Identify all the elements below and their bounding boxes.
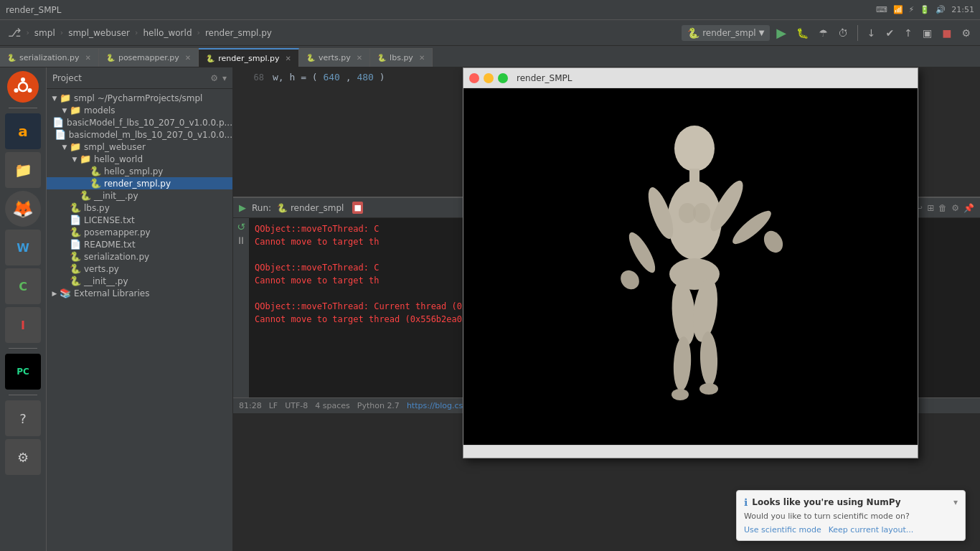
file-icon: 🐍 bbox=[377, 54, 386, 62]
run-play-icon[interactable]: ▶ bbox=[239, 202, 246, 213]
sidebar-separator3 bbox=[9, 395, 37, 395]
tree-item-init2[interactable]: 🐍 __init__.py bbox=[47, 275, 232, 287]
folder-icon: 📁 bbox=[70, 105, 81, 116]
tree-item-hello-world[interactable]: ▼ 📁 hello_world bbox=[47, 153, 232, 165]
stop-button[interactable]: ■ bbox=[938, 25, 955, 41]
render-minimize-button[interactable] bbox=[484, 73, 494, 83]
tree-item-verts[interactable]: 🐍 verts.py bbox=[47, 263, 232, 275]
tab-serialization[interactable]: 🐍 serialization.py ✕ bbox=[0, 48, 99, 67]
render-maximize-button[interactable] bbox=[498, 73, 508, 83]
tree-label: serialization.py bbox=[84, 252, 149, 262]
sidebar-icon-pycharm[interactable]: PC bbox=[5, 354, 41, 390]
tab-close[interactable]: ✕ bbox=[85, 54, 91, 62]
tab-verts[interactable]: 🐍 verts.py ✕ bbox=[299, 48, 370, 67]
sidebar-icon-calc[interactable]: C bbox=[5, 268, 41, 304]
tooltip-body: Would you like to turn scientific mode o… bbox=[744, 511, 958, 523]
window-title-bar: render_SMPL ⌨ 📶 ⚡ 🔋 🔊 21:51 bbox=[0, 0, 980, 20]
terminal-button[interactable]: ▣ bbox=[919, 25, 936, 41]
vcs-update-button[interactable]: ↓ bbox=[864, 25, 880, 41]
tree-item-basicmodel-m[interactable]: 📄 basicmodel_m_lbs_10_207_0_v1.0.0... bbox=[47, 128, 232, 141]
tree-item-render-smpl[interactable]: 🐍 render_smpl.py bbox=[47, 177, 232, 189]
tree-item-external-libs[interactable]: ▶ 📚 External Libraries bbox=[47, 287, 232, 299]
cursor-position: 81:28 bbox=[239, 401, 262, 410]
tree-item-license[interactable]: 📄 LICENSE.txt bbox=[47, 214, 232, 226]
run-trash-icon[interactable]: 🗑 bbox=[938, 203, 947, 213]
vcs-commit-button[interactable]: ✔ bbox=[882, 25, 898, 41]
render-close-button[interactable] bbox=[469, 73, 479, 83]
run-filter-icon[interactable]: ⊞ bbox=[927, 203, 934, 213]
tree-item-serialization[interactable]: 🐍 serialization.py bbox=[47, 250, 232, 263]
python-icon: 🐍 bbox=[70, 227, 81, 237]
scientific-mode-link[interactable]: Use scientific mode bbox=[744, 525, 821, 534]
python-icon: 🐍 bbox=[80, 190, 91, 201]
python-icon: 🐍 bbox=[70, 251, 81, 262]
pause-icon[interactable]: ⏸ bbox=[236, 235, 246, 246]
sidebar-icon-amazon[interactable]: a bbox=[5, 113, 41, 149]
run-pin-icon[interactable]: 📌 bbox=[963, 203, 974, 213]
run-stop-icon[interactable]: ■ bbox=[352, 202, 362, 214]
vcs-push-button[interactable]: ↑ bbox=[900, 25, 916, 41]
tree-item-posemapper[interactable]: 🐍 posemapper.py bbox=[47, 226, 232, 238]
project-settings-icon[interactable]: ⚙ bbox=[210, 73, 218, 83]
tooltip-close-button[interactable]: ▾ bbox=[953, 497, 958, 507]
svg-point-10 bbox=[616, 266, 642, 293]
breadcrumb-helloworld[interactable]: hello_world bbox=[141, 26, 194, 40]
tree-item-readme[interactable]: 📄 README.txt bbox=[47, 238, 232, 250]
tree-item-lbs[interactable]: 🐍 lbs.py bbox=[47, 202, 232, 214]
indent-type: 4 spaces bbox=[315, 401, 350, 410]
tab-posemapper[interactable]: 🐍 posemapper.py ✕ bbox=[99, 48, 199, 67]
window-controls[interactable]: ⌨ 📶 ⚡ 🔋 🔊 21:51 bbox=[876, 5, 974, 14]
keep-layout-link[interactable]: Keep current layout... bbox=[829, 525, 914, 534]
tree-item-basicmodel-f[interactable]: 📄 basicModel_f_lbs_10_207_0_v1.0.0.p... bbox=[47, 116, 232, 128]
debug-button[interactable]: 🐛 bbox=[793, 25, 812, 41]
sidebar-icon-files[interactable]: 📁 bbox=[5, 152, 41, 188]
run-configuration[interactable]: 🐍 render_smpl ▼ bbox=[682, 25, 770, 41]
tab-render-smpl[interactable]: 🐍 render_smpl.py ✕ bbox=[199, 48, 299, 67]
tree-item-smpl-root[interactable]: ▼ 📁 smpl ~/PycharmProjects/smpl bbox=[47, 92, 232, 104]
tree-item-hello-smpl[interactable]: 🐍 hello_smpl.py bbox=[47, 165, 232, 177]
sidebar-icon-ubuntu[interactable] bbox=[7, 71, 39, 103]
coverage-button[interactable]: ☂ bbox=[815, 25, 831, 41]
sidebar-icon-help[interactable]: ? bbox=[5, 400, 41, 436]
sidebar-icon-settings[interactable]: ⚙ bbox=[5, 439, 41, 475]
run-config-name: render_smpl bbox=[702, 28, 755, 38]
sidebar-separator bbox=[9, 108, 37, 108]
sidebar-icon-impress[interactable]: I bbox=[5, 307, 41, 343]
svg-point-5 bbox=[674, 126, 715, 171]
tree-item-models[interactable]: ▼ 📁 models bbox=[47, 104, 232, 116]
tree-label: basicmodel_m_lbs_10_207_0_v1.0.0... bbox=[69, 130, 232, 140]
tab-close[interactable]: ✕ bbox=[419, 54, 425, 62]
sidebar-icon-writer[interactable]: W bbox=[5, 230, 41, 265]
folder-icon: 📁 bbox=[60, 93, 71, 103]
file-icon: 🐍 bbox=[206, 55, 215, 62]
numpy-tooltip: ℹ Looks like you're using NumPy ▾ Would … bbox=[736, 490, 966, 542]
file-icon: 📄 bbox=[70, 215, 81, 225]
run-button[interactable]: ▶ bbox=[773, 23, 790, 42]
project-header-label: Project bbox=[52, 73, 207, 83]
sidebar: a 📁 🦊 W C I PC ? ⚙ bbox=[0, 67, 47, 551]
main-layout: a 📁 🦊 W C I PC ? ⚙ Project ⚙ ▾ ▼ 📁 smpl … bbox=[0, 67, 980, 551]
breadcrumb-smpl[interactable]: smpl bbox=[32, 26, 57, 40]
battery-icon: 🔋 bbox=[920, 5, 930, 14]
tree-label: posemapper.py bbox=[84, 227, 151, 237]
tree-item-smpl-webuser[interactable]: ▼ 📁 smpl_webuser bbox=[47, 141, 232, 153]
tree-item-init1[interactable]: 🐍 __init__.py bbox=[47, 189, 232, 202]
tab-lbs[interactable]: 🐍 lbs.py ✕ bbox=[370, 48, 433, 67]
profile-button[interactable]: ⏱ bbox=[834, 25, 852, 41]
tab-close[interactable]: ✕ bbox=[357, 54, 362, 62]
breadcrumb-webuser[interactable]: smpl_webuser bbox=[66, 26, 132, 40]
restart-icon[interactable]: ↺ bbox=[237, 221, 245, 232]
vcs-icon[interactable]: ⎇ bbox=[6, 24, 23, 42]
tab-close[interactable]: ✕ bbox=[185, 54, 191, 62]
render-bottom-bar bbox=[463, 445, 918, 458]
tab-close[interactable]: ✕ bbox=[285, 55, 291, 62]
tree-label: hello_smpl.py bbox=[104, 166, 163, 176]
sidebar-icon-firefox[interactable]: 🦊 bbox=[5, 191, 41, 227]
project-header-icons[interactable]: ⚙ ▾ bbox=[210, 73, 227, 83]
gear-button[interactable]: ⚙ bbox=[958, 25, 974, 41]
run-settings-icon[interactable]: ⚙ bbox=[951, 203, 959, 213]
svg-point-3 bbox=[28, 88, 32, 93]
tab-label: lbs.py bbox=[390, 53, 413, 62]
breadcrumb-file[interactable]: render_smpl.py bbox=[203, 26, 274, 40]
project-gear-icon[interactable]: ▾ bbox=[222, 73, 227, 83]
